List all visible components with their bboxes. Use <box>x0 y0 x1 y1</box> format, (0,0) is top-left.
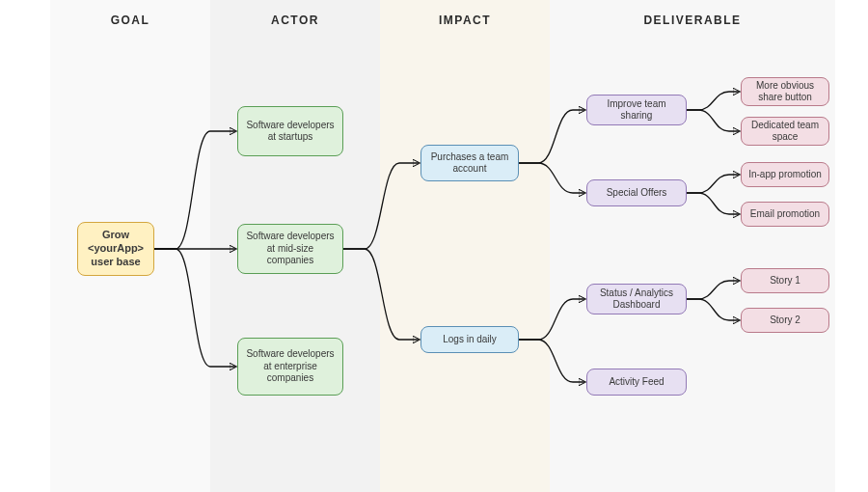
deliverable-label: Special Offers <box>607 187 667 200</box>
deliverable-node-dashboard[interactable]: Status / Analytics Dashboard <box>586 284 687 314</box>
deliverable-node-activity-feed[interactable]: Activity Feed <box>586 369 687 396</box>
story-label: In-app promotion <box>748 169 822 181</box>
story-label: Story 2 <box>770 314 800 327</box>
actor-node-enterprise[interactable]: Software developers at enterprise compan… <box>237 338 343 396</box>
impact-map: GOAL ACTOR IMPACT DELIVERABLE <box>0 0 868 492</box>
story-node-email-promo[interactable]: Email promotion <box>741 202 829 227</box>
deliverable-node-sharing[interactable]: Improve team sharing <box>586 95 687 125</box>
story-node-team-space[interactable]: Dedicated team space <box>741 117 829 146</box>
deliverable-label: Status / Analytics Dashboard <box>593 287 680 312</box>
story-label: Email promotion <box>750 208 820 221</box>
column-header-goal: GOAL <box>50 14 210 27</box>
column-header-deliverable: DELIVERABLE <box>550 14 835 27</box>
impact-label: Logs in daily <box>443 334 497 346</box>
story-label: More obvious share button <box>747 80 823 104</box>
deliverable-node-offers[interactable]: Special Offers <box>586 179 687 206</box>
column-deliverable: DELIVERABLE <box>550 0 835 492</box>
impact-label: Purchases a team account <box>427 151 512 176</box>
column-impact: IMPACT <box>380 0 550 492</box>
story-label: Story 1 <box>770 275 800 287</box>
goal-label: Grow <yourApp> user base <box>84 229 148 268</box>
impact-node-purchase[interactable]: Purchases a team account <box>420 145 519 181</box>
deliverable-label: Improve team sharing <box>593 98 680 123</box>
actor-node-startups[interactable]: Software developers at startups <box>237 106 343 156</box>
actor-label: Software developers at mid-size companie… <box>244 231 337 267</box>
story-node-story-2[interactable]: Story 2 <box>741 308 829 333</box>
column-header-impact: IMPACT <box>380 14 550 27</box>
story-node-inapp-promo[interactable]: In-app promotion <box>741 162 829 187</box>
story-node-story-1[interactable]: Story 1 <box>741 268 829 293</box>
actor-label: Software developers at enterprise compan… <box>244 348 337 385</box>
deliverable-label: Activity Feed <box>609 376 664 389</box>
story-node-share-button[interactable]: More obvious share button <box>741 77 829 106</box>
story-label: Dedicated team space <box>747 120 823 144</box>
actor-node-midsize[interactable]: Software developers at mid-size companie… <box>237 224 343 274</box>
column-header-actor: ACTOR <box>210 14 380 27</box>
goal-node[interactable]: Grow <yourApp> user base <box>77 222 154 276</box>
actor-label: Software developers at startups <box>244 120 337 144</box>
impact-node-logs-in[interactable]: Logs in daily <box>420 326 519 353</box>
